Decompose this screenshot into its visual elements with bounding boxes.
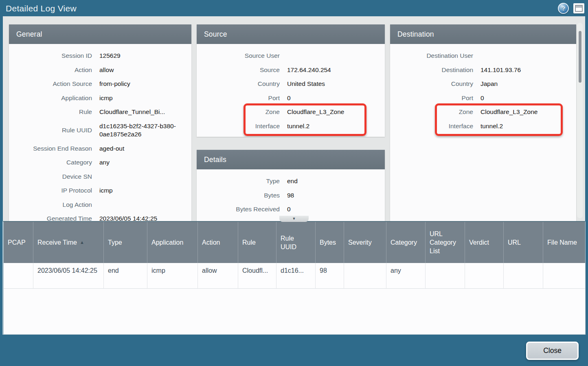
field-value: d1c16235-b2f2-4327-b380-0ae1875e2a26 [99, 122, 188, 138]
collapse-panel-handle[interactable]: ▼ [279, 216, 309, 222]
field-label: Port [197, 94, 280, 102]
field-row-application: Applicationicmp [9, 91, 191, 105]
field-row-type: Typeend [197, 174, 385, 188]
column-header-url-category-list[interactable]: URL Category List [425, 222, 465, 263]
field-value: 98 [287, 191, 294, 199]
column-label: URL Category List [430, 230, 461, 255]
field-row-port: Port0 [390, 91, 576, 105]
field-row-device-sn: Device SN [9, 170, 191, 184]
field-label: Action Source [9, 80, 92, 88]
detailed-log-view-dialog: Detailed Log View ? General Session ID12… [0, 0, 588, 366]
field-row-destination: Destination141.101.93.76 [390, 63, 576, 77]
field-label: Rule UUID [9, 127, 92, 134]
destination-panel: Destination Destination User Destination… [390, 24, 576, 221]
column-label: Type [108, 238, 122, 247]
field-value: 2023/06/05 14:42:25 [99, 215, 157, 221]
field-value: 0 [480, 94, 484, 102]
field-value: 141.101.93.76 [480, 66, 521, 74]
field-row-country: CountryUnited States [197, 77, 385, 91]
field-row-source: Source172.64.240.254 [197, 63, 385, 77]
log-table: PCAP Receive Time▲ Type Application Acti… [2, 221, 586, 335]
help-glyph: ? [562, 5, 565, 11]
field-label: Device SN [9, 173, 92, 180]
column-label: Category [391, 238, 417, 247]
dialog-titlebar: Detailed Log View ? [0, 0, 588, 16]
log-table-header-row: PCAP Receive Time▲ Type Application Acti… [4, 222, 585, 263]
field-label: Zone [197, 108, 280, 116]
window-restore-icon[interactable] [573, 3, 584, 13]
field-value: tunnel.2 [480, 122, 503, 130]
field-label: Action [9, 66, 92, 74]
field-label: Destination User [390, 52, 473, 59]
field-value: 0 [287, 94, 291, 102]
vertical-scrollbar[interactable] [577, 23, 583, 218]
field-label: Application [9, 94, 92, 102]
general-panel-body: Session ID125629 Actionallow Action Sour… [9, 44, 191, 221]
cell-verdict [465, 263, 503, 288]
log-table-row[interactable]: 2023/06/05 14:42:25 end icmp allow Cloud… [4, 263, 585, 289]
dialog-content: General Session ID125629 Actionallow Act… [3, 16, 585, 221]
cell-file-name [543, 263, 585, 288]
field-row-action: Actionallow [9, 63, 191, 77]
field-value: 125629 [99, 52, 121, 60]
field-row-source-user: Source User [197, 49, 385, 63]
general-panel-header: General [9, 24, 191, 44]
column-header-pcap[interactable]: PCAP [4, 222, 33, 263]
field-value: Cloudflare_L3_Zone [480, 108, 538, 116]
field-label: Generated Time [9, 215, 92, 221]
column-label: URL [508, 238, 521, 247]
column-header-severity[interactable]: Severity [344, 222, 386, 263]
column-header-category[interactable]: Category [386, 222, 425, 263]
close-button[interactable]: Close [526, 342, 579, 360]
cell-type: end [103, 263, 147, 288]
field-value: 0 [287, 205, 291, 213]
help-icon[interactable]: ? [558, 3, 569, 14]
cell-action: allow [197, 263, 238, 288]
column-header-url[interactable]: URL [503, 222, 543, 263]
column-label: Receive Time [37, 238, 77, 247]
column-header-application[interactable]: Application [147, 222, 197, 263]
field-value: United States [287, 80, 325, 88]
field-label: Bytes [197, 192, 280, 199]
field-value: aged-out [99, 145, 124, 153]
column-header-rule-uuid[interactable]: Rule UUID [276, 222, 315, 263]
field-row-bytes: Bytes98 [197, 188, 385, 203]
field-value: Cloudflare_Tunnel_Bi... [99, 108, 165, 116]
column-header-verdict[interactable]: Verdict [465, 222, 503, 263]
cell-rule-uuid: d1c16... [276, 263, 315, 288]
field-row-generated-time: Generated Time2023/06/05 14:42:25 [9, 212, 191, 221]
field-row-interface: Interfacetunnel.2 [197, 119, 385, 134]
field-label: Zone [390, 108, 473, 116]
column-header-type[interactable]: Type [103, 222, 147, 263]
field-label: Type [197, 178, 280, 185]
field-label: IP Protocol [9, 187, 92, 194]
details-panel-header: Details [197, 150, 385, 169]
sort-ascending-icon: ▲ [80, 238, 84, 247]
source-panel-body: Source User Source172.64.240.254 Country… [197, 44, 385, 137]
source-panel: Source Source User Source172.64.240.254 … [197, 24, 385, 137]
field-value: Cloudflare_L3_Zone [287, 108, 344, 116]
field-value: icmp [99, 94, 113, 102]
column-header-rule[interactable]: Rule [238, 222, 276, 263]
column-header-action[interactable]: Action [197, 222, 238, 263]
field-value: from-policy [99, 80, 130, 88]
column-label: Verdict [469, 238, 489, 247]
titlebar-icons: ? [558, 3, 584, 14]
source-panel-header: Source [197, 24, 385, 44]
cell-pcap [4, 263, 33, 288]
cell-category: any [386, 263, 425, 288]
field-label: Rule [9, 108, 92, 116]
column-header-receive-time[interactable]: Receive Time▲ [33, 222, 103, 263]
column-label: Rule UUID [281, 234, 311, 251]
field-row-session-id: Session ID125629 [9, 49, 191, 63]
column-header-bytes[interactable]: Bytes [315, 222, 344, 263]
column-header-file-name[interactable]: File Name [543, 222, 585, 263]
field-label: Country [197, 80, 280, 88]
cell-receive-time: 2023/06/05 14:42:25 [33, 263, 103, 288]
field-label: Interface [197, 123, 280, 130]
field-row-destination-user: Destination User [390, 49, 576, 63]
column-label: File Name [547, 238, 577, 247]
scrollbar-thumb[interactable] [579, 31, 581, 83]
chevron-down-icon: ▼ [292, 217, 296, 221]
field-label: Source [197, 66, 280, 74]
